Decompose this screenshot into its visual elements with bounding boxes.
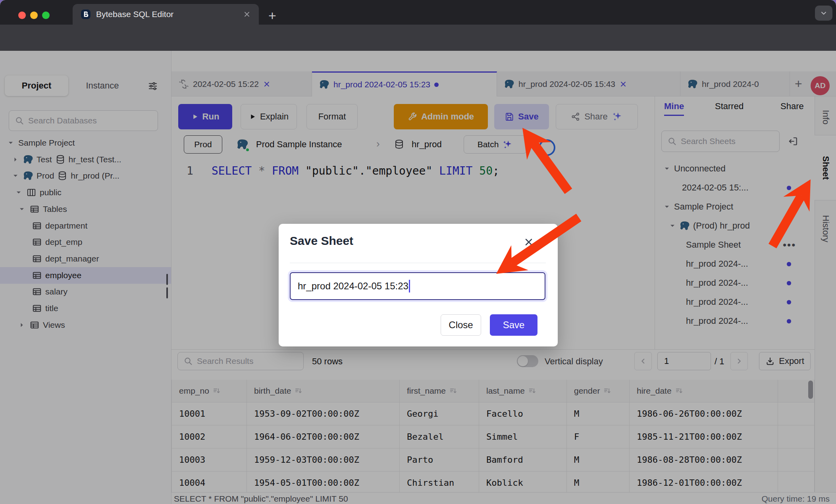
bytebase-favicon-icon: [81, 9, 91, 19]
sheet-name-input[interactable]: hr_prod 2024-02-05 15:23: [290, 272, 545, 300]
close-window-button[interactable]: [18, 12, 26, 19]
save-sheet-dialog: Save Sheet hr_prod 2024-02-05 15:23 Clos…: [279, 224, 558, 346]
close-dialog-icon[interactable]: [523, 237, 534, 248]
browser-tab[interactable]: Bytebase SQL Editor: [73, 4, 259, 25]
browser-titlebar: Bytebase SQL Editor +: [0, 0, 836, 25]
browser-window: Bytebase SQL Editor + localhost:8080/sql…: [0, 0, 836, 504]
new-tab-button[interactable]: +: [268, 9, 276, 22]
dialog-divider: [290, 263, 546, 263]
browser-navbar: localhost:8080/sql-editor/prod-sample-in…: [0, 25, 836, 51]
close-tab-icon[interactable]: [243, 10, 251, 18]
close-button[interactable]: Close: [441, 314, 481, 336]
sheet-name-value: hr_prod 2024-02-05 15:23: [298, 281, 408, 292]
minimize-window-button[interactable]: [30, 12, 38, 19]
browser-tab-title: Bytebase SQL Editor: [96, 10, 238, 19]
dialog-title: Save Sheet: [290, 234, 353, 248]
dialog-save-button[interactable]: Save: [490, 314, 537, 336]
text-cursor: [409, 280, 410, 292]
tab-search-button[interactable]: [815, 6, 832, 21]
chevron-down-icon: [819, 9, 828, 17]
zoom-window-button[interactable]: [42, 12, 50, 19]
